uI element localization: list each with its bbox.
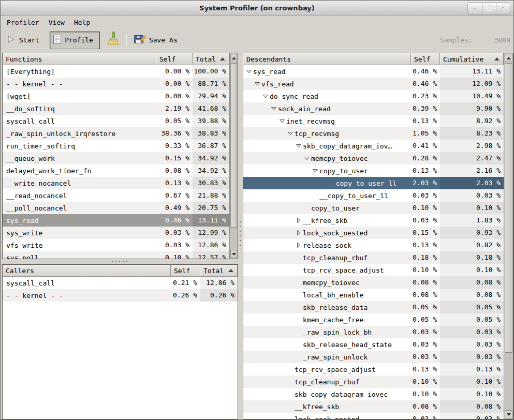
column-header-total[interactable]: Total (200, 265, 238, 277)
column-header-cumulative[interactable]: Cumulative (440, 53, 504, 65)
table-row[interactable]: sys_write0.03 %12.99 % (3, 227, 229, 239)
tree-row[interactable]: _raw_spin_lock_bh0.03 %0.03 % (243, 326, 504, 338)
cell-self: 0.03 % (411, 214, 440, 227)
row-label: lock_sock_nested (303, 229, 368, 237)
functions-scrollbar[interactable] (229, 53, 238, 259)
table-row[interactable]: syscall_call0.05 %39.88 % (3, 115, 229, 127)
table-row[interactable]: syscall_call0.21 %12.86 % (3, 277, 238, 289)
scrollbar-thumb[interactable] (505, 63, 512, 353)
tree-row[interactable]: vfs_read0.46 %12.09 % (243, 78, 504, 90)
table-row[interactable]: delayed_work_timer_fn0.08 %34.92 % (3, 164, 229, 177)
tree-row[interactable]: local_bh_enable0.08 %0.08 % (243, 289, 504, 301)
expander-spacer (295, 301, 303, 313)
profile-toggle-button[interactable]: Profile (50, 32, 100, 49)
cell-self: 0.03 % (411, 338, 440, 351)
tree-row[interactable]: __kfree_skb0.03 %1.83 % (243, 214, 504, 227)
tree-row[interactable]: inet_recvmsg0.13 %8.92 % (243, 115, 504, 127)
table-row[interactable]: __do_softirq2.19 %41.68 % (3, 102, 229, 115)
tree-row[interactable]: memcpy_toiovec0.28 %2.47 % (243, 152, 504, 164)
expander-open-icon[interactable] (286, 127, 295, 140)
expander-collapsed-icon[interactable] (295, 239, 303, 251)
tree-row[interactable]: tcp_cleanup_rbuf0.18 %0.18 % (243, 251, 504, 264)
cell-self: 1.05 % (411, 127, 440, 140)
tree-indent (245, 400, 286, 413)
table-row[interactable]: - - kernel - -0.26 %0.26 % (3, 289, 238, 302)
expander-open-icon[interactable] (303, 152, 311, 164)
tree-row[interactable]: lock_sock_nested0.03 %0.03 % (243, 413, 504, 419)
cell-self: 2.03 % (411, 177, 440, 189)
cell-cumulative: 0.08 % (440, 276, 504, 289)
cell-self: 0.03 % (156, 227, 193, 239)
pane-splitter-horizontal-grip[interactable] (112, 261, 129, 262)
table-row[interactable]: _raw_spin_unlock_irqrestore38.36 %38.83 … (3, 127, 229, 140)
expander-collapsed-icon[interactable] (295, 227, 303, 239)
expander-collapsed-icon[interactable] (295, 214, 303, 227)
scroll-down-button[interactable] (230, 250, 237, 258)
expander-open-icon[interactable] (295, 140, 303, 152)
expander-open-icon[interactable] (261, 90, 270, 102)
close-button[interactable]: × (496, 3, 510, 14)
tree-row[interactable]: tcp_recvmsg1.05 %8.23 % (243, 127, 504, 140)
reset-button[interactable] (105, 31, 121, 50)
expander-open-icon[interactable] (311, 164, 319, 177)
tree-row[interactable]: skb_copy_datagram_iov…0.41 %2.98 % (243, 140, 504, 152)
minimize-button[interactable]: – (468, 3, 482, 14)
column-header-self[interactable]: Self (171, 265, 200, 277)
maximize-button[interactable] (482, 3, 496, 14)
tree-row[interactable]: _raw_spin_unlock0.03 %0.03 % (243, 351, 504, 363)
table-row[interactable]: - - kernel - -0.00 %88.71 % (3, 78, 229, 90)
table-row[interactable]: sys_poll0.10 %12.57 % (3, 251, 229, 259)
table-row[interactable]: vfs_write0.03 %12.86 % (3, 239, 229, 251)
save-as-button[interactable]: Save As (131, 32, 183, 49)
scrollbar-thumb[interactable] (230, 63, 237, 228)
titlebar[interactable]: System Profiler (on crownbay) – × (1, 1, 513, 16)
expander-open-icon[interactable] (253, 78, 261, 90)
tree-row[interactable]: kmem_cache_free0.05 %0.05 % (243, 313, 504, 326)
expander-open-icon[interactable] (270, 102, 278, 115)
expander-open-icon[interactable] (245, 65, 253, 78)
row-label: memcpy_toiovec (311, 155, 368, 162)
menu-help[interactable]: Help (69, 17, 95, 28)
tree-row[interactable]: sys_read0.46 %13.11 % (243, 65, 504, 78)
table-row[interactable]: __read_nocancel0.67 %21.88 % (3, 189, 229, 202)
tree-row[interactable]: lock_sock_nested0.15 %0.93 % (243, 227, 504, 239)
column-header-self[interactable]: Self (411, 53, 440, 65)
scroll-up-button[interactable] (230, 54, 237, 62)
table-row[interactable]: __queue_work0.15 %34.92 % (3, 152, 229, 164)
cell-name: sys_poll (3, 251, 156, 259)
tree-row[interactable]: __kfree_skb0.08 %0.08 % (243, 400, 504, 413)
column-header-self[interactable]: Self (156, 53, 193, 65)
table-row[interactable]: sys_read0.46 %13.11 % (3, 214, 229, 227)
tree-row[interactable]: do_sync_read0.23 %10.49 % (243, 90, 504, 102)
tree-row[interactable]: memcpy_toiovec0.08 %0.08 % (243, 276, 504, 289)
tree-row[interactable]: skb_release_head_state0.03 %0.03 % (243, 338, 504, 351)
table-row[interactable]: [wget]0.00 %79.94 % (3, 90, 229, 102)
table-row[interactable]: [Everything]0.00 %100.00 % (3, 65, 229, 78)
start-button[interactable]: Start (5, 32, 45, 49)
column-header-descendants[interactable]: Descendants (243, 53, 411, 65)
table-row[interactable]: __write_nocancel0.13 %30.83 % (3, 177, 229, 189)
tree-row[interactable]: sock_aio_read0.39 %9.90 % (243, 102, 504, 115)
tree-row[interactable]: tcp_rcv_space_adjust0.10 %0.10 % (243, 264, 504, 276)
tree-row[interactable]: copy_to_user0.13 %2.16 % (243, 164, 504, 177)
tree-row[interactable]: tcp_cleanup_rbuf0.10 %0.10 % (243, 376, 504, 388)
tree-row[interactable]: skb_release_data0.05 %0.05 % (243, 301, 504, 313)
tree-row[interactable]: tcp_rcv_space_adjust0.13 %0.13 % (243, 363, 504, 376)
column-header-functions[interactable]: Functions (3, 53, 156, 65)
descendants-scrollbar[interactable] (504, 53, 513, 419)
pane-splitter-vertical-grip[interactable] (240, 221, 241, 249)
tree-row[interactable]: copy_to_user0.10 %0.10 % (243, 202, 504, 214)
scroll-up-button[interactable] (505, 54, 512, 62)
scroll-down-button[interactable] (505, 410, 512, 418)
table-row[interactable]: __poll_nocancel0.49 %20.75 % (3, 202, 229, 214)
expander-open-icon[interactable] (278, 115, 286, 127)
tree-row[interactable]: release_sock0.13 %0.82 % (243, 239, 504, 251)
column-header-total[interactable]: Total (193, 53, 229, 65)
column-header-callers[interactable]: Callers (3, 265, 171, 277)
tree-row[interactable]: __copy_to_user_ll2.03 %2.03 % (243, 177, 504, 189)
table-row[interactable]: run_timer_softirq0.33 %36.87 % (3, 140, 229, 152)
tree-row[interactable]: __copy_to_user_ll0.03 %0.03 % (243, 189, 504, 202)
tree-row[interactable]: skb_copy_datagram_iovec0.10 %0.10 % (243, 388, 504, 400)
menu-profiler[interactable]: Profiler (6, 17, 44, 28)
menu-view[interactable]: View (44, 17, 69, 28)
